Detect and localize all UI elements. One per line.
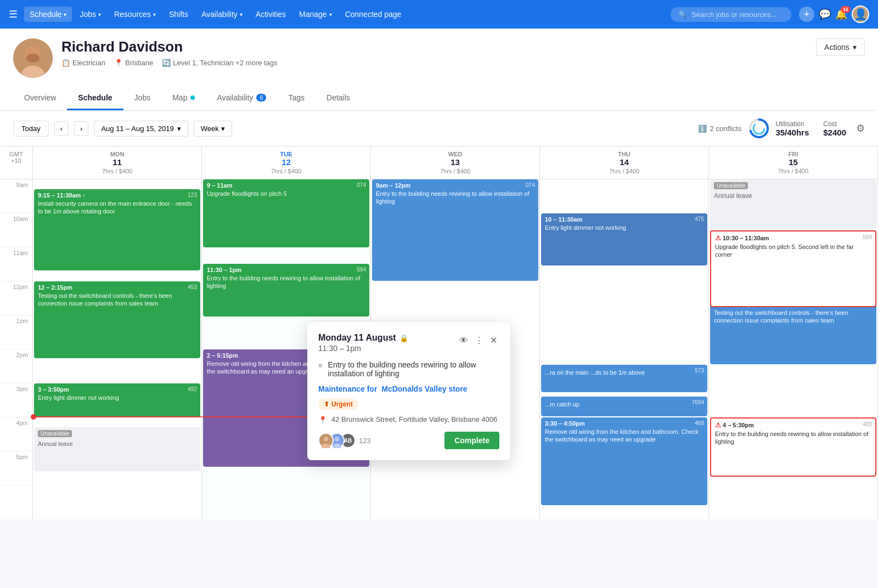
- nav-availability[interactable]: Availability ▾: [196, 7, 248, 22]
- nav-connected-page[interactable]: Connected page: [340, 7, 407, 22]
- day-header-fri: FRI 15 7hrs / $400: [709, 146, 878, 179]
- chat-button[interactable]: 💬: [819, 8, 831, 20]
- event-thu-1[interactable]: 475 10 – 11:30am Entry light dimmer not …: [541, 213, 707, 265]
- event-mon-4[interactable]: Unavailable Annual leave: [34, 427, 200, 471]
- top-navigation: ☰ Schedule ▾ Jobs ▾ Resources ▾ Shifts A…: [0, 0, 878, 29]
- chevron-down-icon: ▾: [853, 43, 857, 52]
- nav-shifts[interactable]: Shifts: [164, 7, 194, 22]
- popup-client: Maintenance for McDonalds Valley store: [318, 385, 499, 393]
- popup-view-button[interactable]: 👁: [457, 333, 470, 348]
- thursday-column: 475 10 – 11:30am Entry light dimmer not …: [540, 179, 709, 519]
- error-icon-2: ⚠: [715, 421, 721, 429]
- search-icon: 🔍: [678, 10, 687, 19]
- next-week-button[interactable]: ›: [74, 121, 88, 136]
- event-fri-3[interactable]: 5678 12:30 – 2:15pm ↺ Testing out the sw…: [710, 298, 876, 364]
- popup-close-button[interactable]: ✕: [488, 333, 499, 348]
- search-input[interactable]: [691, 10, 784, 19]
- menu-icon: ≡: [318, 361, 323, 378]
- profile-name: Richard Davidson: [61, 38, 816, 55]
- today-button[interactable]: Today: [13, 121, 49, 137]
- tab-jobs[interactable]: Jobs: [123, 87, 162, 110]
- day-header-mon: MON 11 7hrs / $400: [33, 146, 202, 179]
- nav-activities[interactable]: Activities: [250, 7, 291, 22]
- event-fri-4[interactable]: 483 ⚠4 – 5:30pm Entry to the building ne…: [710, 417, 876, 477]
- add-button[interactable]: +: [799, 7, 814, 22]
- current-time-indicator: [33, 416, 201, 417]
- event-popup: Monday 11 August 🔒 11:30 – 1pm 👁 ⋮ ✕ ≡ E…: [307, 322, 510, 460]
- location-icon: 📍: [114, 59, 123, 67]
- event-tue-1[interactable]: 074 9 – 11am Upgrade floodlights on pitc…: [203, 179, 369, 247]
- event-fri-2[interactable]: 589 ⚠10:30 – 11:30am Upgrade floodlights…: [710, 230, 876, 307]
- chevron-down-icon: ▾: [153, 12, 156, 18]
- nav-jobs[interactable]: Jobs ▾: [74, 7, 106, 22]
- friday-column: Unavailable Annual leave 589 ⚠10:30 – 11…: [709, 179, 878, 519]
- event-tue-2[interactable]: 594 11:30 – 1pm Entry to the building ne…: [203, 264, 369, 316]
- event-mon-3[interactable]: 492 3 – 3:50pm Entry light dimmer not wo…: [34, 383, 200, 417]
- gmt-label: GMT +10: [0, 146, 33, 179]
- monday-column: 123 9:15 – 11:30am ↑ Install security ca…: [33, 179, 202, 519]
- event-thu-4[interactable]: 3:30 – 4:50pm Remove old wiring from the…: [541, 417, 707, 505]
- prev-week-button[interactable]: ‹: [54, 121, 69, 136]
- profile-section: Richard Davidson 📋 Electrician 📍 Brisban…: [0, 29, 878, 111]
- event-mon-1[interactable]: 123 9:15 – 11:30am ↑ Install security ca…: [34, 189, 200, 270]
- tag-icon: 🔄: [162, 59, 171, 67]
- popup-more-button[interactable]: ⋮: [472, 333, 486, 348]
- profile-meta: 📋 Electrician 📍 Brisbane 🔄 Level 1, Tech…: [61, 59, 816, 67]
- day-header-wed: WED 13 7hrs / $400: [371, 146, 540, 179]
- calendar-container: GMT +10 MON 11 7hrs / $400 TUE 12 7hrs /…: [0, 146, 878, 519]
- svg-point-4: [26, 54, 40, 63]
- schedule-toolbar: Today ‹ › Aug 11 – Aug 15, 2019 ▾ Week ▾…: [0, 111, 878, 146]
- popup-footer: AB 123 Complete: [318, 432, 499, 449]
- error-icon: ⚠: [715, 234, 721, 242]
- complete-button[interactable]: Complete: [444, 432, 499, 449]
- profile-location: 📍 Brisbane: [114, 59, 153, 67]
- conflicts-info: ℹ️ 2 conflicts: [698, 125, 742, 133]
- notifications-button[interactable]: 🔔 16: [835, 8, 847, 20]
- tab-overview[interactable]: Overview: [13, 87, 67, 110]
- profile-role: 📋 Electrician: [61, 59, 105, 67]
- chevron-down-icon: ▾: [329, 12, 332, 18]
- popup-date: Monday 11 August 🔒: [318, 333, 408, 343]
- user-avatar[interactable]: 👤: [852, 5, 869, 23]
- chevron-down-icon: ▾: [98, 12, 101, 18]
- map-live-dot: [190, 95, 195, 100]
- nav-schedule[interactable]: Schedule ▾: [24, 7, 72, 22]
- popup-description: ≡ Entry to the building needs rewiring t…: [318, 360, 499, 378]
- info-icon: ℹ️: [698, 125, 707, 133]
- tab-tags[interactable]: Tags: [277, 87, 316, 110]
- chevron-down-icon: ▾: [221, 125, 225, 133]
- day-header-tue: TUE 12 7hrs / $400: [202, 146, 371, 179]
- event-mon-2[interactable]: 453 12 – 2:15pm Testing out the switchbo…: [34, 281, 200, 358]
- event-wed-1[interactable]: 074 9am – 12pm Entry to the building nee…: [372, 179, 538, 281]
- popup-body: ≡ Entry to the building needs rewiring t…: [318, 360, 499, 449]
- nav-resources[interactable]: Resources ▾: [109, 7, 161, 22]
- notifications-badge: 16: [841, 6, 851, 13]
- calendar-header: GMT +10 MON 11 7hrs / $400 TUE 12 7hrs /…: [0, 146, 878, 179]
- popup-header: Monday 11 August 🔒 11:30 – 1pm 👁 ⋮ ✕: [318, 333, 499, 353]
- urgent-icon: ⬆: [324, 400, 329, 408]
- profile-tabs: Overview Schedule Jobs Map Availability …: [13, 87, 865, 110]
- menu-button[interactable]: ☰: [9, 8, 18, 20]
- tab-details[interactable]: Details: [316, 87, 361, 110]
- chevron-down-icon: ▾: [240, 12, 243, 18]
- settings-button[interactable]: ⚙: [856, 122, 865, 134]
- assignee-avatar-1: [318, 433, 334, 448]
- search-box: 🔍: [671, 7, 791, 22]
- tab-availability[interactable]: Availability 8: [206, 87, 277, 110]
- event-thu-2[interactable]: 573 ...ra on the main ...ds to be 1m abo…: [541, 365, 707, 392]
- utilisation-chart: [747, 116, 771, 140]
- chevron-down-icon: ▾: [177, 125, 181, 133]
- actions-button[interactable]: Actions ▾: [816, 38, 865, 56]
- tab-map[interactable]: Map: [161, 87, 206, 110]
- profile-avatar: [13, 38, 53, 78]
- event-thu-3[interactable]: 7694 ...m catch up: [541, 397, 707, 416]
- nav-manage[interactable]: Manage ▾: [294, 7, 337, 22]
- chevron-down-icon: ▾: [64, 12, 66, 18]
- svg-point-7: [753, 123, 764, 134]
- avatar-image: [13, 38, 53, 78]
- date-range-picker[interactable]: Aug 11 – Aug 15, 2019 ▾: [94, 121, 188, 137]
- tab-schedule[interactable]: Schedule: [67, 87, 123, 110]
- cost-section: Cost $2400: [823, 120, 846, 137]
- svg-point-9: [324, 437, 329, 442]
- week-view-button[interactable]: Week ▾: [194, 121, 232, 137]
